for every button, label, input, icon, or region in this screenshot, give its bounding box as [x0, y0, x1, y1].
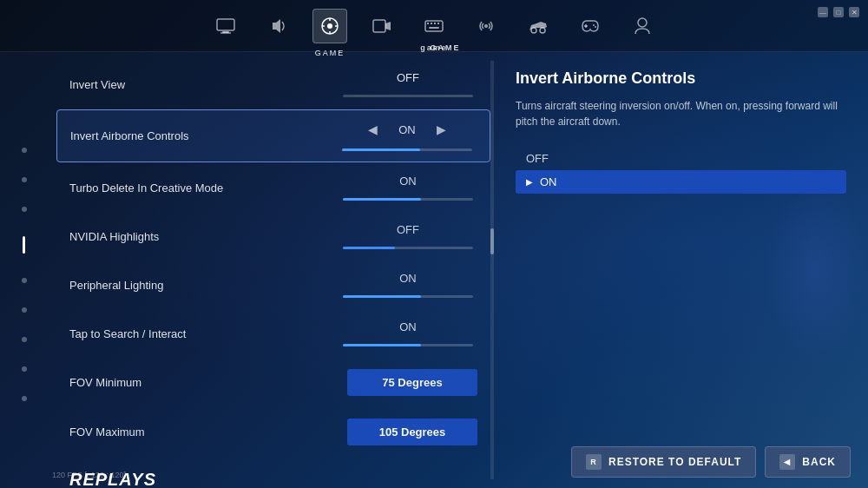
gamepad-icon [573, 9, 608, 43]
nav-video[interactable] [365, 9, 399, 43]
sidebar-dot-2 [22, 177, 27, 182]
sidebar-dot-3 [22, 207, 27, 212]
svg-point-23 [593, 24, 595, 26]
sidebar-dot-7 [22, 366, 27, 372]
sidebar-dot-8 [22, 396, 27, 401]
nav-racing[interactable] [521, 9, 556, 43]
racing-icon [521, 9, 556, 43]
svg-rect-14 [431, 23, 432, 24]
back-label: BACK [802, 456, 836, 468]
nav-gamepad[interactable] [573, 9, 608, 43]
svg-point-24 [595, 26, 596, 28]
fov-min-button[interactable]: 75 Degrees [347, 369, 477, 396]
invert-view-value: OFF [391, 71, 425, 84]
close-btn[interactable]: ✕ [849, 7, 859, 17]
settings-panel: Invert View OFF Invert Airborne Controls… [48, 52, 490, 488]
tap-search-value-wrap: ON [339, 320, 477, 346]
setting-peripheral-lighting[interactable]: Peripheral Lighting ON [56, 261, 490, 308]
sidebar-dot-4 [22, 278, 27, 283]
invert-airborne-value-wrap: ◀ ON ▶ [338, 121, 477, 151]
invert-view-value-wrap: OFF [339, 71, 477, 97]
option-on-arrow: ▶ [526, 177, 533, 187]
game-icon: game [312, 9, 347, 43]
window-controls: — □ ✕ [818, 7, 859, 17]
invert-airborne-slider [342, 148, 472, 151]
setting-turbo-delete[interactable]: Turbo Delete In Creative Mode ON [56, 164, 490, 211]
peripheral-lighting-label: Peripheral Lighting [69, 279, 163, 292]
nav-game[interactable]: game [312, 9, 347, 43]
turbo-delete-text: ON [391, 175, 425, 188]
nav-display[interactable] [208, 9, 243, 43]
invert-view-text: OFF [391, 71, 425, 84]
network-icon [469, 9, 503, 43]
setting-fov-max[interactable]: FOV Maximum 105 Degrees [56, 408, 490, 456]
setting-invert-view[interactable]: Invert View OFF [56, 61, 490, 108]
invert-view-label: Invert View [69, 78, 125, 91]
turbo-delete-value-wrap: ON [339, 175, 477, 201]
fov-max-button[interactable]: 105 Degrees [347, 419, 477, 445]
option-off[interactable]: OFF [516, 147, 846, 170]
option-on[interactable]: ▶ ON [516, 170, 846, 194]
deco-blob [764, 183, 868, 357]
turbo-delete-value: ON [391, 175, 425, 188]
peripheral-lighting-fill [343, 295, 421, 298]
back-button[interactable]: ◀ BACK [765, 446, 851, 478]
peripheral-lighting-text: ON [391, 272, 425, 285]
back-icon: ◀ [779, 454, 795, 470]
svg-point-19 [531, 28, 536, 33]
tap-search-label: Tap to Search / Interact [69, 327, 186, 340]
profile-icon [625, 9, 660, 43]
sidebar-dot-6 [22, 337, 27, 342]
game-tab-label: game [315, 49, 345, 57]
sidebar-dot-active [23, 236, 25, 254]
sidebar-dot-1 [22, 148, 27, 153]
invert-airborne-value: ◀ ON ▶ [363, 121, 451, 138]
svg-point-18 [484, 24, 488, 28]
nvidia-value: OFF [391, 223, 425, 236]
svg-point-5 [327, 23, 332, 29]
nvidia-fill [343, 247, 395, 249]
peripheral-lighting-value-wrap: ON [339, 272, 477, 298]
nvidia-label: NVIDIA Highlights [69, 230, 159, 243]
svg-rect-10 [373, 20, 385, 32]
invert-view-slider [343, 95, 473, 97]
restore-default-button[interactable]: R RESTORE TO DEFAULT [571, 446, 756, 478]
invert-airborne-text: ON [390, 123, 424, 136]
setting-nvidia[interactable]: NVIDIA Highlights OFF [56, 213, 490, 260]
nav-profile[interactable] [625, 9, 660, 43]
nav-audio[interactable] [260, 9, 295, 43]
setting-fov-min[interactable]: FOV Minimum 75 Degrees [56, 359, 490, 406]
info-panel: Invert Airborne Controls Turns aircraft … [494, 52, 868, 488]
turbo-delete-fill [343, 198, 421, 201]
tap-search-text: ON [391, 320, 425, 333]
invert-airborne-left-arrow[interactable]: ◀ [363, 121, 383, 138]
svg-rect-15 [434, 23, 436, 24]
minimize-btn[interactable]: — [818, 7, 828, 17]
info-panel-description: Turns aircraft steering inversion on/off… [516, 98, 846, 129]
invert-airborne-fill [342, 148, 420, 151]
invert-airborne-right-arrow[interactable]: ▶ [431, 121, 451, 138]
svg-marker-3 [273, 19, 280, 33]
fps-info: 120 FPS [, 120 : 120] [52, 471, 126, 479]
video-icon [365, 9, 399, 43]
restore-label: RESTORE TO DEFAULT [608, 456, 741, 468]
nvidia-slider [343, 247, 473, 249]
nvidia-text: OFF [391, 223, 425, 236]
restore-btn[interactable]: □ [833, 7, 844, 17]
peripheral-lighting-value: ON [391, 272, 425, 285]
bottom-bar: R RESTORE TO DEFAULT ◀ BACK [554, 436, 868, 488]
svg-rect-16 [437, 23, 439, 24]
setting-tap-search[interactable]: Tap to Search / Interact ON [56, 310, 490, 357]
turbo-delete-label: Turbo Delete In Creative Mode [69, 181, 223, 195]
fov-max-label: FOV Maximum [69, 425, 145, 439]
svg-marker-11 [385, 22, 391, 30]
nav-network[interactable] [469, 9, 503, 43]
keyboard-icon [417, 9, 451, 43]
svg-point-20 [540, 28, 545, 33]
game-tab-text: GAME [428, 43, 463, 52]
sidebar-dots [0, 52, 48, 488]
setting-invert-airborne[interactable]: Invert Airborne Controls ◀ ON ▶ [56, 109, 490, 162]
audio-icon [260, 9, 295, 43]
sidebar-dot-5 [22, 307, 27, 313]
nav-keyboard[interactable] [417, 9, 451, 43]
